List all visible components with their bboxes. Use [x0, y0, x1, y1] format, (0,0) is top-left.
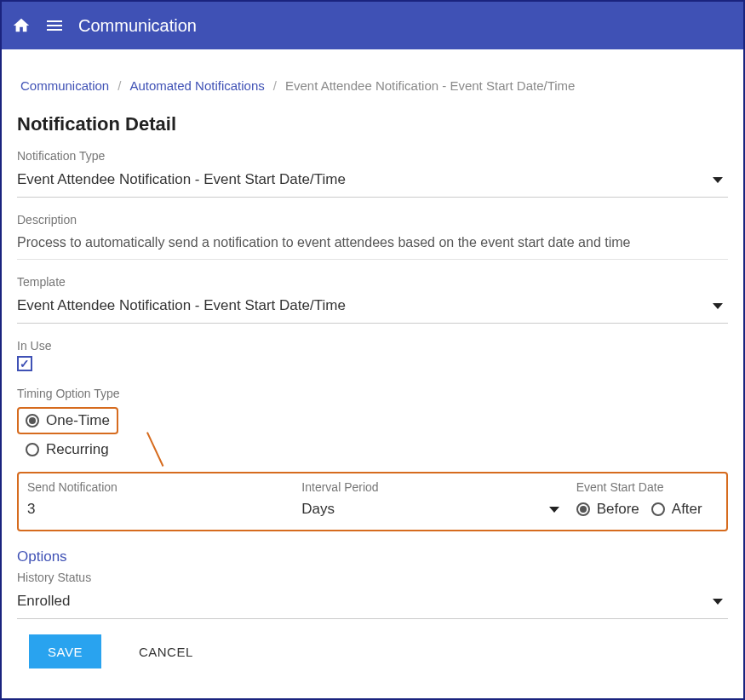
timing-row-highlight: Send Notification 3 Interval Period Days…: [17, 472, 728, 531]
field-notification-type: Notification Type Event Attendee Notific…: [17, 149, 728, 198]
field-in-use: In Use: [17, 339, 728, 371]
template-label: Template: [17, 275, 728, 289]
breadcrumb: Communication / Automated Notifications …: [17, 49, 728, 113]
description-value: Process to automatically send a notifica…: [17, 230, 728, 260]
options-heading: Options: [17, 548, 728, 565]
radio-before-label: Before: [597, 501, 639, 518]
history-status-value: Enrolled: [17, 593, 70, 610]
in-use-label: In Use: [17, 339, 728, 353]
radio-one-time-label: One-Time: [46, 412, 110, 429]
cancel-button[interactable]: CANCEL: [120, 634, 212, 668]
field-timing-option-type: Timing Option Type One-Time Recurring: [17, 387, 728, 463]
save-button[interactable]: SAVE: [29, 634, 101, 668]
page-content: Communication / Automated Notifications …: [2, 49, 743, 684]
radio-after-label: After: [672, 501, 702, 518]
field-send-notification: Send Notification 3: [27, 480, 284, 518]
history-status-label: History Status: [17, 571, 728, 584]
chevron-down-icon: [549, 501, 559, 518]
send-notification-label: Send Notification: [27, 480, 284, 494]
breadcrumb-separator: /: [117, 78, 121, 93]
radio-recurring-label: Recurring: [46, 441, 109, 458]
breadcrumb-separator: /: [273, 78, 277, 93]
breadcrumb-link-automated-notifications[interactable]: Automated Notifications: [129, 78, 264, 93]
radio-one-time[interactable]: One-Time: [26, 412, 110, 429]
template-select[interactable]: Event Attendee Notification - Event Star…: [17, 292, 728, 324]
radio-icon: [26, 414, 39, 427]
radio-recurring[interactable]: Recurring: [17, 441, 728, 458]
timing-option-type-label: Timing Option Type: [17, 387, 728, 400]
interval-period-select[interactable]: Days: [301, 501, 559, 518]
field-description: Description Process to automatically sen…: [17, 213, 728, 260]
radio-before[interactable]: Before: [576, 501, 639, 518]
notification-type-select[interactable]: Event Attendee Notification - Event Star…: [17, 166, 728, 198]
interval-period-value: Days: [301, 501, 335, 518]
breadcrumb-current: Event Attendee Notification - Event Star…: [285, 78, 575, 93]
send-notification-input[interactable]: 3: [27, 501, 284, 518]
app-header: Communication: [2, 2, 743, 49]
chevron-down-icon: [713, 593, 723, 610]
radio-icon: [651, 502, 665, 516]
field-template: Template Event Attendee Notification - E…: [17, 275, 728, 324]
radio-after[interactable]: After: [651, 501, 702, 518]
timing-option-type-radio-group: One-Time Recurring: [17, 404, 728, 463]
history-status-select[interactable]: Enrolled: [17, 588, 728, 619]
description-label: Description: [17, 213, 728, 227]
template-value: Event Attendee Notification - Event Star…: [17, 297, 346, 314]
chevron-down-icon: [713, 171, 723, 188]
field-history-status: History Status Enrolled: [17, 571, 728, 619]
radio-icon: [576, 502, 590, 516]
button-row: SAVE CANCEL: [17, 634, 728, 668]
page-title: Notification Detail: [17, 113, 728, 135]
event-start-date-label: Event Start Date: [576, 480, 718, 494]
notification-type-value: Event Attendee Notification - Event Star…: [17, 171, 346, 188]
chevron-down-icon: [713, 297, 723, 314]
field-interval-period: Interval Period Days: [301, 480, 559, 518]
notification-type-label: Notification Type: [17, 149, 728, 163]
menu-icon[interactable]: [44, 15, 65, 36]
breadcrumb-link-communication[interactable]: Communication: [20, 78, 109, 93]
interval-period-label: Interval Period: [301, 480, 559, 494]
header-title: Communication: [78, 16, 197, 36]
in-use-checkbox[interactable]: [17, 356, 32, 371]
home-icon[interactable]: [12, 16, 31, 35]
event-start-date-radio-group: Before After: [576, 501, 718, 518]
send-notification-value: 3: [27, 501, 35, 518]
field-event-start-date: Event Start Date Before After: [576, 480, 718, 518]
radio-icon: [26, 443, 39, 456]
